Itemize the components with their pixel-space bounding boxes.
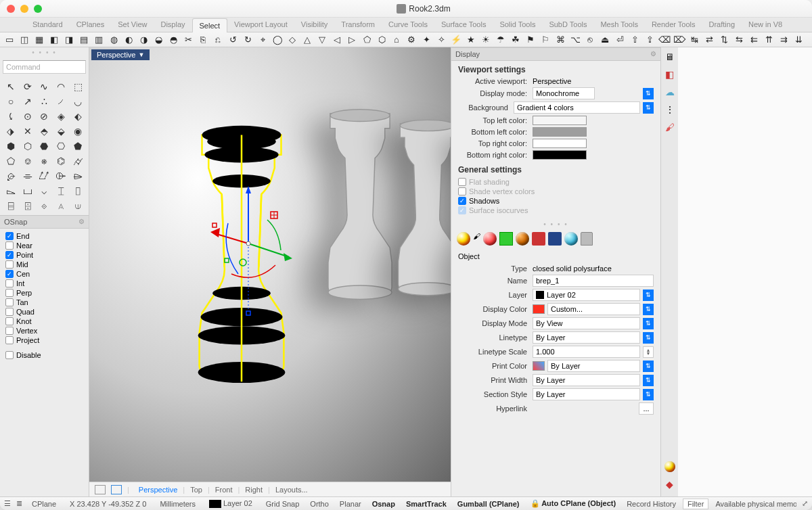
- shade-vertex-checkbox[interactable]: [458, 187, 466, 195]
- menutab-render-tools[interactable]: Render Tools: [645, 18, 702, 32]
- tool-icon-21[interactable]: ⬡: [20, 139, 36, 153]
- chevron-updown-icon[interactable]: ⇅: [643, 361, 654, 372]
- toolbar-icon-41[interactable]: ⏎: [613, 34, 627, 46]
- toolbar-icon-20[interactable]: △: [300, 34, 314, 46]
- tool-icon-44[interactable]: ⟒: [70, 198, 86, 212]
- menutab-new-in-v8[interactable]: New in V8: [742, 18, 789, 32]
- toolbar-icon-11[interactable]: ◓: [166, 34, 180, 46]
- toolbar-icon-50[interactable]: ⇇: [747, 34, 761, 46]
- tool-icon-37[interactable]: ⌵: [37, 183, 53, 198]
- toolbar-icon-0[interactable]: ▭: [3, 34, 16, 46]
- status-gumball-cplane-[interactable]: Gumball (CPlane): [453, 500, 524, 508]
- cyan-material-icon[interactable]: [564, 232, 578, 246]
- toolbar-icon-48[interactable]: ⇅: [717, 34, 731, 46]
- tool-icon-16[interactable]: ✕: [20, 124, 36, 138]
- toolbar-icon-27[interactable]: ⚙: [405, 34, 418, 46]
- chevron-updown-icon[interactable]: ⇅: [643, 318, 654, 329]
- status-smarttrack[interactable]: SmartTrack: [402, 500, 451, 508]
- tool-icon-40[interactable]: ⌸: [3, 198, 19, 212]
- osnap-tan-checkbox[interactable]: [5, 298, 14, 306]
- tool-icon-3[interactable]: ◠: [53, 79, 69, 93]
- menutab-standard[interactable]: Standard: [26, 18, 70, 32]
- monitor-icon[interactable]: 🖥: [665, 51, 675, 62]
- toolbar-icon-39[interactable]: ⎋: [583, 34, 597, 46]
- status-auto-cplane-object-[interactable]: 🔒 Auto CPlane (Object): [526, 499, 621, 508]
- toolbar-icon-52[interactable]: ⇉: [777, 34, 790, 46]
- orange-material-icon[interactable]: [516, 232, 529, 246]
- layer-select[interactable]: Layer 02: [533, 289, 640, 301]
- toolbar-icon-24[interactable]: ⬠: [360, 34, 374, 46]
- toolbar-icon-17[interactable]: ⌖: [256, 34, 269, 46]
- toolbar-icon-44[interactable]: ⌫: [658, 34, 671, 46]
- stepper-icon[interactable]: ▲▼: [643, 346, 654, 358]
- osnap-point-checkbox[interactable]: ✓: [5, 251, 14, 259]
- properties-strip-icon[interactable]: ◆: [666, 479, 673, 490]
- toolbar-icon-36[interactable]: ⚐: [539, 34, 552, 46]
- bottom-right-color-swatch[interactable]: [533, 150, 587, 160]
- red-panel-icon[interactable]: [532, 232, 545, 246]
- chevron-updown-icon[interactable]: ⇅: [643, 389, 654, 400]
- tool-icon-13[interactable]: ◈: [53, 109, 69, 123]
- tool-icon-17[interactable]: ⬘: [37, 124, 53, 138]
- menutab-mesh-tools[interactable]: Mesh Tools: [593, 18, 644, 32]
- toolbar-icon-22[interactable]: ◁: [330, 34, 344, 46]
- flat-shading-checkbox[interactable]: [458, 178, 466, 186]
- tool-icon-10[interactable]: ⤹: [3, 109, 19, 123]
- object-name-input[interactable]: brep_1: [533, 275, 654, 287]
- tool-icon-27[interactable]: ⎈: [37, 154, 53, 168]
- toolbar-icon-31[interactable]: ★: [464, 34, 478, 46]
- osnap-panel-header[interactable]: OSnap⚙: [0, 215, 89, 229]
- tool-icon-11[interactable]: ⊙: [20, 109, 36, 123]
- strip-gear-icon[interactable]: ⋮: [665, 104, 675, 115]
- toolbar-icon-3[interactable]: ◧: [47, 34, 61, 46]
- chevron-updown-icon[interactable]: ⇅: [643, 304, 654, 315]
- tool-icon-7[interactable]: ∴: [37, 94, 53, 108]
- material-strip-icon[interactable]: [664, 461, 675, 472]
- toolbar-icon-25[interactable]: ⬡: [375, 34, 388, 46]
- viewport-canvas[interactable]: [89, 47, 451, 482]
- linetype-select[interactable]: By Layer: [533, 331, 640, 344]
- tool-icon-20[interactable]: ⬢: [3, 139, 19, 153]
- toolbar-icon-29[interactable]: ✧: [434, 34, 448, 46]
- tool-icon-14[interactable]: ⬖: [70, 109, 86, 123]
- menutab-transform[interactable]: Transform: [334, 18, 382, 32]
- panel-grip[interactable]: • • • •: [451, 219, 660, 229]
- cylinder-icon[interactable]: [581, 232, 593, 246]
- toolbar-icon-19[interactable]: ◇: [286, 34, 299, 46]
- osnap-perp-checkbox[interactable]: [5, 289, 14, 297]
- viewport-tab-right[interactable]: Right: [240, 484, 268, 495]
- viewport-tab-front[interactable]: Front: [210, 484, 238, 495]
- tool-icon-18[interactable]: ⬙: [53, 124, 69, 138]
- list-icon[interactable]: ≣: [16, 499, 22, 508]
- bottom-left-color-swatch[interactable]: [533, 127, 587, 137]
- toolbar-icon-8[interactable]: ◐: [122, 34, 135, 46]
- toolbar-icon-51[interactable]: ⇈: [762, 34, 775, 46]
- tool-icon-30[interactable]: ⌮: [3, 168, 19, 183]
- menutab-cplanes[interactable]: CPlanes: [70, 18, 112, 32]
- toolbar-icon-10[interactable]: ◒: [152, 34, 165, 46]
- linetype-scale-input[interactable]: 1.000: [533, 346, 640, 358]
- status-grid-snap[interactable]: Grid Snap: [262, 500, 304, 508]
- toolbar-icon-15[interactable]: ↺: [226, 34, 240, 46]
- toolbar-icon-32[interactable]: ☀: [479, 34, 493, 46]
- brush-icon[interactable]: 🖌: [665, 122, 675, 133]
- toolbar-icon-45[interactable]: ⌦: [673, 34, 686, 46]
- zoom-window-button[interactable]: [34, 5, 42, 13]
- toolbar-icon-38[interactable]: ⌥: [568, 34, 582, 46]
- osnap-int-checkbox[interactable]: [5, 279, 14, 287]
- osnap-vertex-checkbox[interactable]: [5, 327, 14, 335]
- layer-indicator[interactable]: Layer 02: [205, 499, 256, 508]
- toolbar-icon-18[interactable]: ◯: [271, 34, 284, 46]
- gear-icon[interactable]: ⚙: [650, 50, 656, 57]
- print-color-select[interactable]: By Layer: [547, 360, 640, 372]
- toolbar-icon-28[interactable]: ✦: [420, 34, 433, 46]
- obj-display-mode-select[interactable]: By View: [533, 317, 640, 329]
- osnap-mid-checkbox[interactable]: [5, 260, 14, 269]
- toolbar-icon-21[interactable]: ▽: [315, 34, 329, 46]
- shadows-checkbox[interactable]: ✓: [458, 197, 466, 205]
- chevron-updown-icon[interactable]: ⇅: [643, 332, 654, 344]
- osnap-quad-checkbox[interactable]: [5, 308, 14, 316]
- tool-icon-35[interactable]: ⌳: [3, 183, 19, 198]
- tool-icon-5[interactable]: ○: [3, 94, 19, 108]
- toolbar-icon-47[interactable]: ⇄: [702, 34, 716, 46]
